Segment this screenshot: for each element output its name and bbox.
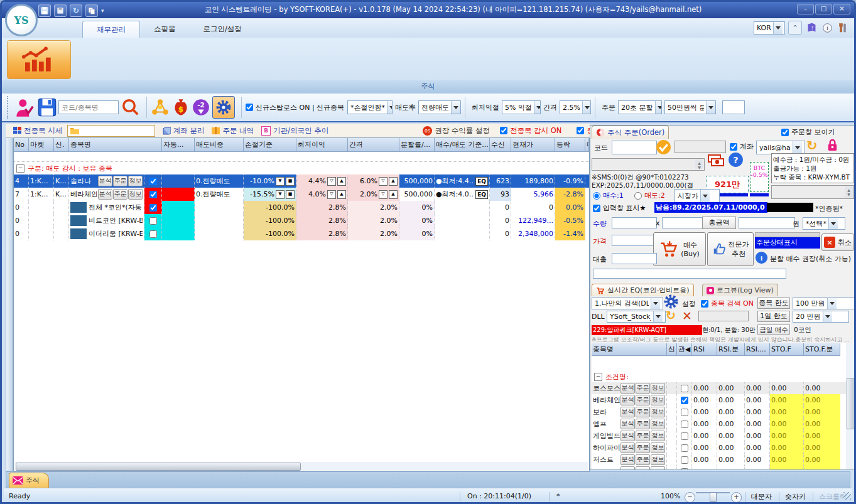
watchlist-row[interactable]: 하이파이분석주문정보0.000.000.000.000.00 [592,442,847,454]
table-row[interactable]: 71:K...K...베라체인분석주문정보0.전량매도-15.5%▼■4.0%▽… [14,188,589,201]
analyze-button[interactable]: 분석 [620,383,635,394]
row-checkbox[interactable] [149,191,157,198]
sort-left-icon[interactable]: ◀ [685,344,690,355]
spinner-arrows[interactable]: ▲▼ [845,186,853,198]
settings-gear-button[interactable] [212,96,235,119]
spin-up-icon[interactable]: ▲ [389,177,398,186]
total-amount-button[interactable]: 총금액 [702,217,736,229]
menu-tab-login[interactable]: 로그인/설정 [190,21,256,38]
vertical-scrollbar-thumb[interactable] [847,378,855,429]
limit-select[interactable]: 100 만원 [793,298,855,309]
info-button[interactable]: 정보 [651,431,665,441]
watchlist-row[interactable] [592,466,847,470]
analyze-button[interactable]: 분석 [620,454,635,465]
spinner-arrows[interactable]: ▲▼ [695,159,703,169]
qat-menu-caret[interactable]: ▾ [101,8,104,14]
info-button[interactable]: 정보 [651,383,665,394]
column-header[interactable]: 간격 [348,138,399,152]
analyze-button[interactable]: 분석 [620,407,635,417]
column-header[interactable]: 수신 [490,138,511,152]
amount-preset-select[interactable]: *선택* [803,217,845,230]
confirm-check-icon[interactable] [656,139,671,155]
order-button[interactable]: 주문 [113,176,127,186]
column-header[interactable]: No [14,138,29,152]
row-checkbox[interactable] [681,456,688,464]
table-row[interactable]: 0이더리움 [KRW-ETH]-100.0%2.8%2.0%0%02,348,0… [14,227,589,240]
dll-select[interactable]: YSoft_Stock_ [607,311,666,323]
column-header[interactable]: 종목명 [69,138,162,152]
toolbar-extra-box[interactable] [722,100,745,114]
column-header[interactable]: RSI.... [745,343,770,356]
eq-search-select[interactable]: 1.나만의 검색(DLL) [592,298,663,309]
network-icon[interactable] [151,98,170,117]
tab-institution-trend[interactable]: B 기관/외국인 추이 [261,126,328,136]
spin-down-icon[interactable]: ▽ [379,177,387,186]
order-time-select[interactable]: 20초 분할 [618,100,662,114]
info-icon[interactable]: i [821,21,833,34]
info-button[interactable]: 정보 [651,419,665,429]
order-button[interactable]: 주문 [636,383,650,394]
resize-grip[interactable] [843,492,851,500]
column-header[interactable]: RSI [692,343,717,356]
order-button[interactable]: 주문 [636,442,650,453]
help-icon[interactable]: ? [805,21,818,34]
row-checkbox[interactable] [149,204,157,212]
scan-checkbox[interactable]: 종목 검색 ON [701,299,754,308]
row-checkbox[interactable] [681,421,688,428]
column-header[interactable]: 마켓 [29,138,54,152]
info-button[interactable]: 정보 [128,189,143,200]
watch-all-checkbox[interactable]: 전종목 감시 ON [500,126,561,136]
sellrate-select[interactable]: 전량매도 [418,100,461,114]
save-button[interactable] [38,98,57,117]
info-button[interactable]: 정보 [128,176,143,186]
spin-up-icon[interactable]: ▲ [337,190,346,199]
column-header[interactable]: STO.F.분 [804,343,840,356]
qty-input[interactable] [612,217,657,228]
watchlist-row[interactable]: 저스트분석주문정보0.000.000.000.000.00 [592,454,847,466]
analyze-button[interactable]: 분석 [98,189,112,200]
tab-account-split[interactable]: 계좌 분리 [163,126,205,136]
close-button[interactable]: × [833,4,850,14]
eq-gear-icon[interactable] [663,294,679,309]
stock-chart-button[interactable] [7,40,71,79]
collapse-icon[interactable]: − [594,373,602,381]
tab-held-coins[interactable]: 보유코인.자동:2개(2) [67,125,155,137]
new-stoploss-checkbox[interactable]: 신규스탑로스 ON | 신규종목 [246,103,344,112]
watchlist-row[interactable]: 코스모스분석주문정보0.000.000.000.000.00 [592,382,847,394]
order-amount-select[interactable]: 50만원씩 분할 [664,100,716,114]
row-checkbox[interactable] [681,385,688,392]
tab-all-quotes[interactable]: 전종목 시세 [13,126,62,136]
account-select[interactable]: yails@ha [756,141,805,154]
dll-stop-icon[interactable]: ✕ [682,309,692,323]
info-button[interactable]: 정보 [651,407,665,417]
column-header[interactable]: 종목명 [592,343,667,356]
column-header[interactable]: 매 [585,138,589,152]
column-header[interactable]: 분할률/... [399,138,435,152]
account-checkbox[interactable]: 계좌 [730,142,754,151]
ribbon-collapse-button[interactable]: ⌃ [788,21,802,35]
row-checkbox[interactable] [681,468,688,471]
spin-down-icon[interactable]: ▽ [327,177,336,186]
column-header[interactable]: 등락 [555,138,585,152]
table-row[interactable]: 0비트코인 [KRW-BTC]-100.0%2.8%2.0%0%0122,949… [14,214,589,227]
code-search-input[interactable] [58,100,119,114]
spin-down-icon[interactable]: ▼ [276,190,284,199]
column-header[interactable]: 신. [54,138,69,152]
analyze-button[interactable]: 분석 [98,176,112,186]
order-button[interactable]: 주문 [636,454,650,465]
row-checkbox[interactable] [149,178,157,185]
collapse-icon[interactable]: − [16,164,24,173]
watchlist-row[interactable]: 베라체인분석주문정보0.000.000.000.000.00 [592,394,847,406]
spin-down-icon[interactable]: ▽ [327,190,336,199]
question-icon[interactable]: ? [728,152,744,168]
order-button[interactable] [636,466,650,470]
show-order-checkbox[interactable]: 주문창 보이기 [781,127,835,137]
sync-icon[interactable]: ↻ [70,4,82,17]
order-button[interactable]: 주문 [636,419,650,429]
save-all-icon[interactable] [54,4,67,17]
row-checkbox[interactable] [681,409,688,416]
info-button[interactable]: 정보 [651,442,665,453]
input-toggle-checkbox[interactable]: 입력창 표시★ [593,203,646,213]
minimize-button[interactable]: – [797,4,814,14]
order-memo-input[interactable] [593,269,786,279]
